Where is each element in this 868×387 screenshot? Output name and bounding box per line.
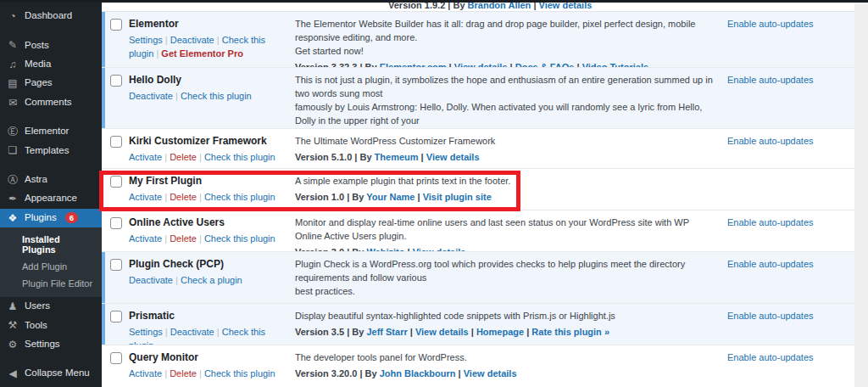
settings-link[interactable]: Settings	[129, 35, 163, 45]
plugin-name: Plugin Check (PCP)	[129, 258, 288, 272]
plugin-description: best practices.	[295, 285, 717, 299]
plugin-actions: Deactivate | Check this plugin	[129, 89, 288, 104]
sidebar-item-plugins[interactable]: ❖Plugins6	[0, 209, 102, 227]
check-this-plugin-link[interactable]: Check this plugin	[204, 192, 275, 202]
separator: |	[197, 368, 204, 379]
meta-link[interactable]: Homepage	[476, 327, 524, 337]
sidebar-item-media[interactable]: ♫Media	[0, 55, 102, 74]
sidebar-item-label: Astra	[25, 174, 47, 186]
sidebar-subitem-installed-plugins[interactable]: Installed Plugins	[0, 231, 102, 258]
meta-link[interactable]: John Blackbourn	[380, 368, 456, 379]
separator: |	[153, 48, 161, 59]
enable-auto-updates-link[interactable]: Enable auto-updates	[727, 136, 814, 146]
meta-link[interactable]: View details	[454, 62, 508, 68]
sidebar-item-settings[interactable]: ⚙Settings	[0, 335, 102, 354]
users-icon: ♟	[7, 300, 19, 312]
templates-folder-icon: ❏	[7, 144, 19, 156]
check-this-plugin-link[interactable]: Check this plugin	[181, 91, 252, 101]
enable-auto-updates-link[interactable]: Enable auto-updates	[727, 352, 814, 362]
sidebar-subitem-add-plugin[interactable]: Add Plugin	[0, 258, 102, 275]
delete-link[interactable]: Delete	[170, 192, 197, 202]
enable-auto-updates-link[interactable]: Enable auto-updates	[727, 75, 814, 85]
plugin-actions: Deactivate | Check a plugin	[129, 273, 288, 288]
plugin-actions: Activate | Delete | Check this plugin	[129, 190, 288, 205]
meta-link[interactable]: View details	[464, 368, 517, 379]
meta-link[interactable]: Visit plugin site	[423, 192, 492, 202]
separator: |	[163, 35, 170, 45]
deactivate-link[interactable]: Deactivate	[129, 275, 173, 285]
row-checkbox[interactable]	[110, 311, 122, 322]
row-checkbox[interactable]	[110, 176, 122, 188]
plugin-description: A simple example plugin that prints text…	[295, 175, 717, 188]
meta-text: |	[574, 62, 581, 68]
plugin-list: ElementorSettings | Deactivate | Check t…	[102, 12, 854, 387]
sidebar-item-users[interactable]: ♟Users	[0, 297, 102, 316]
sidebar-item-posts[interactable]: ✎Posts	[0, 36, 102, 54]
enable-auto-updates-link[interactable]: Enable auto-updates	[727, 311, 814, 321]
deactivate-link[interactable]: Deactivate	[129, 91, 173, 101]
meta-link[interactable]: Your Name	[366, 192, 415, 202]
plugin-description: This is not just a plugin, it symbolizes…	[295, 74, 717, 101]
meta-link[interactable]: Video Tutorials	[582, 62, 648, 68]
check-this-plugin-link[interactable]: Check this plugin	[204, 368, 275, 379]
meta-link[interactable]: Docs & FAQs	[515, 62, 575, 68]
activate-link[interactable]: Activate	[129, 368, 162, 379]
sidebar-item-label: Pages	[25, 77, 53, 89]
delete-link[interactable]: Delete	[170, 233, 197, 244]
settings-icon: ⚙	[7, 339, 19, 351]
activate-link[interactable]: Activate	[129, 192, 162, 202]
media-icon: ♫	[7, 59, 19, 70]
sidebar-item-tools[interactable]: ⚒Tools	[0, 316, 102, 334]
enable-auto-updates-link[interactable]: Enable auto-updates	[727, 19, 814, 29]
plugin-description: Display beautiful syntax-highlighted cod…	[295, 310, 717, 323]
row-checkbox[interactable]	[110, 19, 122, 31]
plugin-description: Plugin Check is a WordPress.org tool whi…	[295, 258, 717, 285]
meta-text: |	[447, 62, 454, 68]
separator: |	[162, 368, 170, 379]
sidebar-item-collapse-menu[interactable]: ◀Collapse Menu	[0, 364, 102, 383]
row-checkbox[interactable]	[110, 75, 122, 87]
sidebar-item-label: Settings	[25, 339, 60, 351]
delete-link[interactable]: Delete	[170, 152, 197, 162]
plugin-row-prismatic: PrismaticSettings | Deactivate | Check t…	[102, 304, 854, 345]
sidebar-item-comments[interactable]: ✉Comments	[0, 93, 102, 112]
plugin-description: The developer tools panel for WordPress.	[295, 351, 717, 365]
meta-text: |	[524, 327, 531, 337]
sidebar-item-pages[interactable]: ▤Pages	[0, 74, 102, 93]
row-checkbox[interactable]	[110, 259, 122, 271]
delete-link[interactable]: Delete	[170, 368, 197, 379]
enable-auto-updates-link[interactable]: Enable auto-updates	[727, 217, 814, 227]
browser-top-edge	[0, 0, 868, 3]
meta-link[interactable]: Rate this plugin »	[531, 327, 609, 337]
plugin-meta: Version 1.0 | By Your Name | Visit plugi…	[295, 191, 717, 204]
activate-link[interactable]: Activate	[129, 152, 162, 162]
row-checkbox[interactable]	[110, 217, 122, 229]
enable-auto-updates-link[interactable]: Enable auto-updates	[727, 259, 814, 269]
sidebar-item-astra[interactable]: ⒶAstra	[0, 171, 102, 189]
sidebar-subitem-plugin-file-editor[interactable]: Plugin File Editor	[0, 275, 102, 292]
meta-link[interactable]: View details	[415, 327, 469, 337]
activate-link[interactable]: Activate	[129, 233, 162, 244]
meta-link[interactable]: Elementor.com	[380, 62, 447, 68]
sidebar-item-elementor[interactable]: ⒺElementor	[0, 122, 102, 141]
get-elementor-pro-link[interactable]: Get Elementor Pro	[161, 48, 243, 59]
deactivate-link[interactable]: Deactivate	[170, 327, 214, 337]
sidebar-item-dashboard[interactable]: ◔Dashboard	[0, 7, 102, 25]
check-this-plugin-link[interactable]: Check this plugin	[204, 152, 275, 162]
meta-link[interactable]: View details	[426, 152, 480, 162]
check-this-plugin-link[interactable]: Check this plugin	[204, 233, 275, 244]
row-checkbox[interactable]	[110, 352, 122, 364]
check-a-plugin-link[interactable]: Check a plugin	[181, 275, 242, 285]
settings-link[interactable]: Settings	[129, 327, 163, 337]
plugin-actions: Activate | Delete | Check this plugin	[129, 150, 288, 165]
plugin-row-query-monitor: Query MonitorActivate | Delete | Check t…	[102, 345, 854, 387]
scrollbar-track[interactable]	[854, 0, 868, 387]
sidebar-item-templates[interactable]: ❏Templates	[0, 141, 102, 160]
deactivate-link[interactable]: Deactivate	[170, 35, 214, 45]
sidebar-item-label: Appearance	[25, 193, 77, 205]
meta-link[interactable]: Jeff Starr	[366, 327, 407, 337]
admin-sidebar: ◔Dashboard✎Posts♫Media▤Pages✉CommentsⒺEl…	[0, 0, 102, 387]
sidebar-item-appearance[interactable]: ✒Appearance	[0, 189, 102, 208]
meta-link[interactable]: Themeum	[375, 152, 419, 162]
row-checkbox[interactable]	[110, 136, 122, 148]
